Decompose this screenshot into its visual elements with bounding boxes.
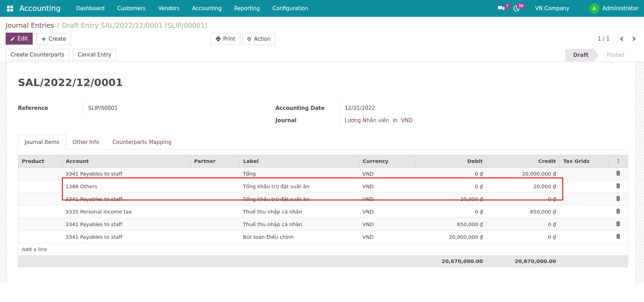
delete-row-button[interactable] xyxy=(614,195,622,203)
currency-cell: VND xyxy=(359,168,416,180)
delete-row-button[interactable] xyxy=(614,233,622,241)
user-menu[interactable]: A Administrator xyxy=(580,4,640,14)
field-group-left: Reference SLIP/00001 xyxy=(18,103,275,127)
pager-count: 1 / 1 xyxy=(598,36,610,42)
table-row[interactable]: 3341 Payables to staff Tổng VND 0 ₫ 20,0… xyxy=(18,168,628,180)
breadcrumb: Journal Entries/Draft Entry SAL/2022/12/… xyxy=(0,17,644,32)
edit-button[interactable]: Edit xyxy=(6,33,33,45)
printer-icon xyxy=(216,37,221,41)
breadcrumb-journal-entries[interactable]: Journal Entries xyxy=(6,21,54,29)
product-cell xyxy=(18,180,62,193)
form-sheet: SAL/2022/12/0001 Reference SLIP/00001 Ac… xyxy=(6,62,636,283)
create-button-label: Create xyxy=(48,35,66,42)
activities-button[interactable]: 15 xyxy=(510,2,523,14)
pager-next-button[interactable] xyxy=(629,35,639,43)
menu-vendors[interactable]: Vendors xyxy=(152,0,186,17)
optional-columns-button[interactable]: ⋮ xyxy=(609,155,628,168)
action-button[interactable]: ⚙ Action xyxy=(242,33,275,45)
pager-previous-button[interactable] xyxy=(617,35,627,43)
table-row[interactable]: 1388 Others Tổng khấu trừ đặt suất ăn VN… xyxy=(18,180,628,193)
field-groups: Reference SLIP/00001 Accounting Date 12/… xyxy=(18,103,627,127)
trash-icon xyxy=(616,221,620,226)
menu-accounting[interactable]: Accounting xyxy=(186,0,228,17)
tab-counterparts-mapping[interactable]: Counterparts Mapping xyxy=(106,135,178,150)
chevron-left-icon xyxy=(619,36,624,41)
product-cell xyxy=(18,193,62,205)
menu-dashboard[interactable]: Dashboard xyxy=(70,0,111,17)
table-row[interactable]: 3335 Personal income tax Thuế thu nhập c… xyxy=(18,205,628,218)
toolbar-center: Print ⚙ Action xyxy=(211,32,275,45)
cancel-entry-button[interactable]: Cancel Entry xyxy=(73,49,116,61)
messages-button[interactable]: 7 xyxy=(494,3,508,14)
reference-value[interactable]: SLIP/00001 xyxy=(83,103,174,115)
label-cell: Thuế thu nhập cá nhân xyxy=(240,218,359,231)
gear-icon: ⚙ xyxy=(247,36,252,42)
accounting-date-value[interactable]: 12/31/2022 xyxy=(339,103,431,115)
reference-field: Reference SLIP/00001 xyxy=(18,103,275,115)
create-counterparts-button[interactable]: Create Counterparts xyxy=(6,49,69,61)
totals-row: 20,670,000.00 20,670,000.00 xyxy=(18,256,628,267)
journal-value: Lương Nhân viêninVND xyxy=(339,115,431,127)
tab-other-info[interactable]: Other Info xyxy=(66,135,106,150)
table-row[interactable]: 3341 Payables to staff Bút toán Điều chỉ… xyxy=(18,231,628,243)
menu-customers[interactable]: Customers xyxy=(111,0,152,17)
credit-cell: 0 ₫ xyxy=(487,231,560,243)
delete-row-button[interactable] xyxy=(614,170,622,177)
delete-row-button[interactable] xyxy=(614,183,622,190)
product-cell xyxy=(18,205,62,218)
print-button[interactable]: Print xyxy=(211,33,240,45)
toolbar-left: Edit + Create xyxy=(6,33,71,45)
label-cell: Thuế thu nhập cá nhân xyxy=(240,205,359,218)
apps-grid-icon xyxy=(7,6,13,12)
navbar-right: 7 15 VN Company A Administrator xyxy=(494,2,640,14)
menu-reporting[interactable]: Reporting xyxy=(228,0,266,17)
account-cell: 1388 Others xyxy=(62,180,190,193)
reference-label: Reference xyxy=(18,103,83,115)
notebook-tabs: Journal Items Other Info Counterparts Ma… xyxy=(18,135,627,150)
tab-journal-items[interactable]: Journal Items xyxy=(18,135,66,150)
chevron-right-icon xyxy=(632,36,636,41)
avatar: A xyxy=(589,4,599,14)
account-cell: 3341 Payables to staff xyxy=(62,168,190,180)
main-menu: Dashboard Customers Vendors Accounting R… xyxy=(70,0,314,17)
product-cell xyxy=(18,168,62,180)
journal-label: Journal xyxy=(275,115,339,127)
breadcrumb-current: Draft Entry SAL/2022/12/0001 (SLIP/00001… xyxy=(62,21,207,29)
status-posted[interactable]: Posted xyxy=(599,49,632,61)
table-row[interactable]: 3341 Payables to staff Tổng khấu trừ đặt… xyxy=(18,193,628,205)
header-credit: Credit xyxy=(487,155,560,168)
partner-cell xyxy=(190,180,240,193)
page-title: SAL/2022/12/0001 xyxy=(18,77,627,88)
apps-menu-button[interactable] xyxy=(5,4,15,14)
create-button[interactable]: + Create xyxy=(36,33,71,45)
account-cell: 3335 Personal income tax xyxy=(62,205,190,218)
credit-cell: 0 ₫ xyxy=(487,193,560,205)
delete-row-button[interactable] xyxy=(614,208,622,215)
debit-cell: 20,000,000 ₫ xyxy=(416,231,487,243)
currency-cell: VND xyxy=(359,205,416,218)
journal-currency-link[interactable]: VND xyxy=(401,117,413,124)
journal-link[interactable]: Lương Nhân viên xyxy=(345,117,389,124)
header-tax-grids: Tax Grids xyxy=(560,155,609,168)
credit-cell: 0 ₫ xyxy=(487,218,560,231)
tax-grids-cell xyxy=(560,168,609,180)
field-group-right: Accounting Date 12/31/2022 Journal Lương… xyxy=(275,103,627,127)
account-cell: 3341 Payables to staff xyxy=(62,231,190,243)
add-a-line-link[interactable]: Add a line xyxy=(22,247,47,252)
accounting-date-label: Accounting Date xyxy=(275,103,339,115)
company-switcher[interactable]: VN Company xyxy=(525,5,579,12)
label-cell: Tổng xyxy=(240,168,359,180)
debit-cell: 20,000 ₫ xyxy=(416,193,487,205)
header-product: Product xyxy=(18,155,62,168)
label-cell: Tổng khấu trừ đặt suất ăn xyxy=(240,180,359,193)
total-debit: 20,670,000.00 xyxy=(416,256,487,267)
status-draft[interactable]: Draft xyxy=(565,49,599,61)
delete-row-button[interactable] xyxy=(614,221,622,228)
header-account: Account xyxy=(62,155,190,168)
statusbar-row: Create Counterparts Cancel Entry Draft P… xyxy=(0,45,644,62)
partner-cell xyxy=(190,218,240,231)
app-title[interactable]: Accounting xyxy=(19,4,60,13)
menu-configuration[interactable]: Configuration xyxy=(266,0,315,17)
table-row[interactable]: 3341 Payables to staff Thuế thu nhập cá … xyxy=(18,218,628,231)
partner-cell xyxy=(190,193,240,205)
